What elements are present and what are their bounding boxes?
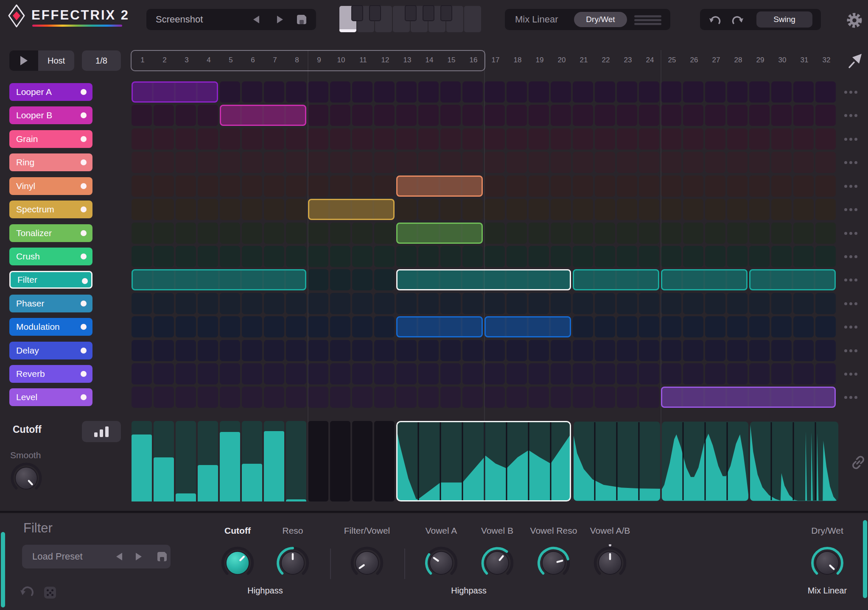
step-cell[interactable]	[440, 340, 461, 361]
step-cell[interactable]	[551, 223, 571, 244]
keyboard-key-black[interactable]	[440, 5, 452, 21]
step-cell[interactable]	[573, 293, 593, 314]
step-cell[interactable]	[705, 105, 725, 126]
track-label-phaser[interactable]: Phaser	[9, 295, 92, 312]
step-cell[interactable]	[595, 175, 615, 197]
step-cell[interactable]	[352, 269, 372, 290]
step-cell[interactable]	[661, 316, 681, 337]
step-cell[interactable]	[352, 223, 372, 244]
step-cell[interactable]	[617, 199, 637, 220]
step-cell[interactable]	[264, 316, 284, 337]
step-cell[interactable]	[705, 223, 725, 244]
step-cell[interactable]	[330, 316, 350, 337]
step-cell[interactable]	[639, 340, 659, 361]
step-cell[interactable]	[330, 269, 350, 290]
step-cell[interactable]	[242, 175, 262, 197]
track-menu-dots[interactable]	[844, 160, 861, 165]
step-cell[interactable]	[374, 246, 395, 267]
step-cell[interactable]	[639, 152, 659, 173]
step-cell[interactable]	[484, 199, 505, 220]
step-cell[interactable]	[176, 246, 196, 267]
step-cell[interactable]	[683, 363, 703, 384]
effect-block[interactable]	[220, 105, 306, 126]
step-cell[interactable]	[374, 128, 395, 150]
step-cell[interactable]	[330, 175, 350, 197]
automation-bar[interactable]	[198, 465, 218, 501]
track-label-vinyl[interactable]: Vinyl	[9, 177, 92, 195]
step-cell[interactable]	[462, 387, 483, 408]
step-cell[interactable]	[462, 199, 483, 220]
track-enable-dot[interactable]	[81, 136, 87, 142]
step-cell[interactable]	[617, 105, 637, 126]
step-cell[interactable]	[242, 199, 262, 220]
step-cell[interactable]	[551, 152, 571, 173]
step-cell[interactable]	[551, 363, 571, 384]
step-cell[interactable]	[793, 199, 814, 220]
step-cell[interactable]	[286, 363, 306, 384]
step-cell[interactable]	[815, 81, 836, 103]
step-cell[interactable]	[771, 175, 792, 197]
step-cell[interactable]	[396, 199, 417, 220]
effect-block[interactable]	[308, 199, 395, 220]
automation-envelope[interactable]	[396, 421, 840, 501]
step-cell[interactable]	[749, 199, 770, 220]
step-cell[interactable]	[440, 152, 461, 173]
step-cell[interactable]	[220, 387, 240, 408]
knob-vowel-reso[interactable]	[535, 544, 572, 583]
step-cell[interactable]	[639, 105, 659, 126]
step-cell[interactable]	[617, 340, 637, 361]
step-cell[interactable]	[198, 128, 218, 150]
keyboard-key-black[interactable]	[369, 5, 381, 21]
step-cell[interactable]	[352, 316, 372, 337]
knob-vowel-a[interactable]	[423, 544, 460, 583]
step-cell[interactable]	[176, 340, 196, 361]
step-cell[interactable]	[727, 316, 748, 337]
step-cell[interactable]	[242, 363, 262, 384]
step-cell[interactable]	[198, 363, 218, 384]
automation-column[interactable]	[330, 421, 350, 501]
step-cell[interactable]	[573, 340, 593, 361]
step-cell[interactable]	[308, 175, 328, 197]
step-cell[interactable]	[727, 199, 748, 220]
automation-bar[interactable]	[154, 457, 174, 501]
track-menu-dots[interactable]	[844, 324, 861, 329]
track-menu-dots[interactable]	[844, 113, 861, 118]
step-cell[interactable]	[551, 128, 571, 150]
step-cell[interactable]	[462, 128, 483, 150]
step-cell[interactable]	[286, 387, 306, 408]
step-cell[interactable]	[330, 81, 350, 103]
keyboard-key-black[interactable]	[423, 5, 434, 21]
step-cell[interactable]	[661, 363, 681, 384]
step-cell[interactable]	[705, 246, 725, 267]
track-label-reverb[interactable]: Reverb	[9, 365, 92, 383]
step-cell[interactable]	[595, 246, 615, 267]
step-cell[interactable]	[154, 105, 174, 126]
step-cell[interactable]	[727, 223, 748, 244]
step-cell[interactable]	[683, 152, 703, 173]
step-cell[interactable]	[617, 152, 637, 173]
step-cell[interactable]	[484, 128, 505, 150]
step-cell[interactable]	[617, 293, 637, 314]
keyboard-key-white[interactable]	[464, 6, 481, 32]
step-cell[interactable]	[330, 246, 350, 267]
step-cell[interactable]	[374, 223, 395, 244]
step-cell[interactable]	[462, 340, 483, 361]
step-cell[interactable]	[176, 387, 196, 408]
step-cell[interactable]	[529, 246, 549, 267]
step-cell[interactable]	[220, 81, 240, 103]
step-cell[interactable]	[176, 223, 196, 244]
pattern-keyboard[interactable]	[339, 6, 482, 32]
automation-bar[interactable]	[132, 435, 152, 501]
step-cell[interactable]	[683, 340, 703, 361]
step-cell[interactable]	[771, 223, 792, 244]
step-cell[interactable]	[132, 293, 152, 314]
dry-wet-mode-button[interactable]: Dry/Wet	[574, 12, 627, 27]
step-cell[interactable]	[705, 340, 725, 361]
step-cell[interactable]	[484, 81, 505, 103]
automation-column[interactable]	[176, 421, 196, 501]
step-cell[interactable]	[132, 152, 152, 173]
step-cell[interactable]	[727, 363, 748, 384]
step-cell[interactable]	[683, 128, 703, 150]
step-cell[interactable]	[727, 152, 748, 173]
automation-bar[interactable]	[264, 431, 284, 501]
